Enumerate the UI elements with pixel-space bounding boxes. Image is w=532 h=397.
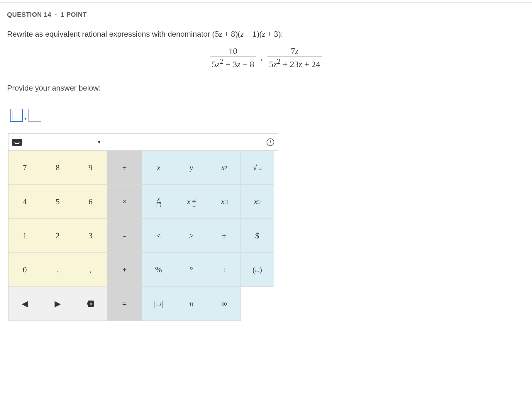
key-degree[interactable]: ° — [175, 253, 208, 287]
key-infinity[interactable]: ∞ — [208, 287, 241, 321]
answer-input-2[interactable] — [28, 109, 41, 122]
keypad-text-input[interactable] — [114, 136, 253, 148]
key-greater-than[interactable]: > — [175, 219, 208, 253]
question-block: QUESTION 14 · 1 POINT Rewrite as equival… — [0, 3, 532, 75]
key-minus[interactable]: - — [107, 219, 142, 253]
answer-inputs: , — [10, 109, 532, 122]
svg-rect-4 — [18, 141, 18, 141]
caret-right-icon: ▶ — [55, 299, 61, 308]
key-1[interactable]: 1 — [9, 219, 41, 253]
key-6[interactable]: 6 — [74, 185, 107, 219]
key-3[interactable]: 3 — [74, 219, 107, 253]
expression-separator: , — [259, 52, 264, 61]
keypad-toolbar: ▼ i — [9, 134, 278, 151]
fraction-2-denominator: 5z2 + 23z + 24 — [267, 57, 322, 69]
key-multiply[interactable]: × — [107, 185, 142, 219]
prompt-prefix: Rewrite as equivalent rational expressio… — [7, 30, 212, 38]
key-2[interactable]: 2 — [41, 219, 74, 253]
key-8[interactable]: 8 — [41, 151, 74, 185]
question-prompt: Rewrite as equivalent rational expressio… — [7, 28, 525, 40]
key-dollar[interactable]: $ — [241, 219, 274, 253]
caret-left-icon: ◀ — [22, 299, 28, 308]
key-mixed-fraction[interactable]: x — [175, 185, 208, 219]
svg-rect-5 — [19, 141, 20, 141]
svg-rect-9 — [18, 142, 18, 142]
key-4[interactable]: 4 — [9, 185, 41, 219]
mixed-fraction-icon — [192, 196, 196, 207]
key-right-arrow[interactable]: ▶ — [41, 287, 74, 321]
toolbar-divider — [108, 138, 108, 147]
key-parentheses[interactable]: () — [241, 253, 274, 287]
key-plus-minus[interactable]: ± — [208, 219, 241, 253]
fraction-icon: x — [157, 196, 161, 208]
key-plus[interactable]: + — [107, 253, 142, 287]
key-subscript[interactable]: x — [241, 185, 274, 219]
key-y[interactable]: y — [175, 151, 208, 185]
question-label-prefix: QUESTION — [7, 11, 42, 18]
key-percent[interactable]: % — [142, 253, 175, 287]
key-7[interactable]: 7 — [9, 151, 41, 185]
question-points: 1 POINT — [61, 11, 87, 18]
key-pi[interactable]: π — [175, 287, 208, 321]
fraction-2: 7z 5z2 + 23z + 24 — [267, 46, 322, 69]
separator-dot: · — [55, 11, 57, 18]
svg-rect-8 — [17, 142, 17, 142]
key-5[interactable]: 5 — [41, 185, 74, 219]
svg-rect-11 — [15, 143, 19, 144]
answer-label: Provide your answer below: — [0, 75, 532, 97]
fraction-1-numerator: 10 — [210, 46, 256, 57]
key-left-arrow[interactable]: ◀ — [9, 287, 41, 321]
fraction-2-numerator: 7z — [267, 46, 322, 57]
fraction-1-denominator: 5z2 + 3z − 8 — [210, 57, 256, 69]
svg-rect-3 — [17, 141, 17, 141]
key-fraction[interactable]: x — [142, 185, 175, 219]
key-0[interactable]: 0 — [9, 253, 41, 287]
key-empty — [241, 287, 274, 321]
svg-rect-2 — [16, 141, 16, 141]
keypad-grid: 7 8 9 ÷ x y x2 √ 4 5 6 × x — [9, 151, 278, 321]
key-dot[interactable]: . — [41, 253, 74, 287]
fraction-1: 10 5z2 + 3z − 8 — [210, 46, 256, 69]
key-less-than[interactable]: < — [142, 219, 175, 253]
question-number: 14 — [44, 11, 51, 18]
svg-rect-10 — [19, 142, 20, 142]
answer-separator: , — [25, 112, 27, 122]
prompt-suffix: : — [281, 30, 283, 38]
sqrt-icon: √ — [253, 163, 257, 172]
key-colon[interactable]: : — [208, 253, 241, 287]
toolbar-divider-2 — [260, 138, 260, 147]
key-comma[interactable]: , — [74, 253, 107, 287]
question-heading: QUESTION 14 · 1 POINT — [7, 11, 525, 18]
key-sqrt[interactable]: √ — [241, 151, 274, 185]
math-keypad: ▼ i 7 8 9 ÷ x y x2 √ 4 5 — [8, 133, 278, 321]
key-9[interactable]: 9 — [74, 151, 107, 185]
expression-line: 10 5z2 + 3z − 8 , 7z 5z2 + 23z + 24 — [7, 46, 525, 69]
keyboard-icon[interactable] — [12, 139, 22, 146]
key-backspace[interactable]: x — [74, 287, 107, 321]
key-equals[interactable]: = — [107, 287, 142, 321]
key-power[interactable]: x — [208, 185, 241, 219]
dropdown-caret-icon[interactable]: ▼ — [97, 140, 101, 145]
key-divide[interactable]: ÷ — [107, 151, 142, 185]
answer-input-1[interactable] — [10, 109, 23, 122]
answer-area: , ▼ i 7 8 9 ÷ x y x2 — [0, 97, 532, 321]
svg-rect-6 — [14, 142, 15, 142]
key-absolute-value[interactable]: || — [142, 287, 175, 321]
backspace-icon: x — [87, 301, 94, 307]
key-x-squared[interactable]: x2 — [208, 151, 241, 185]
svg-rect-7 — [16, 142, 16, 142]
key-x[interactable]: x — [142, 151, 175, 185]
svg-rect-1 — [14, 141, 15, 141]
target-denominator: (5z + 8)(z − 1)(z + 3) — [212, 29, 281, 38]
info-icon[interactable]: i — [267, 138, 274, 146]
